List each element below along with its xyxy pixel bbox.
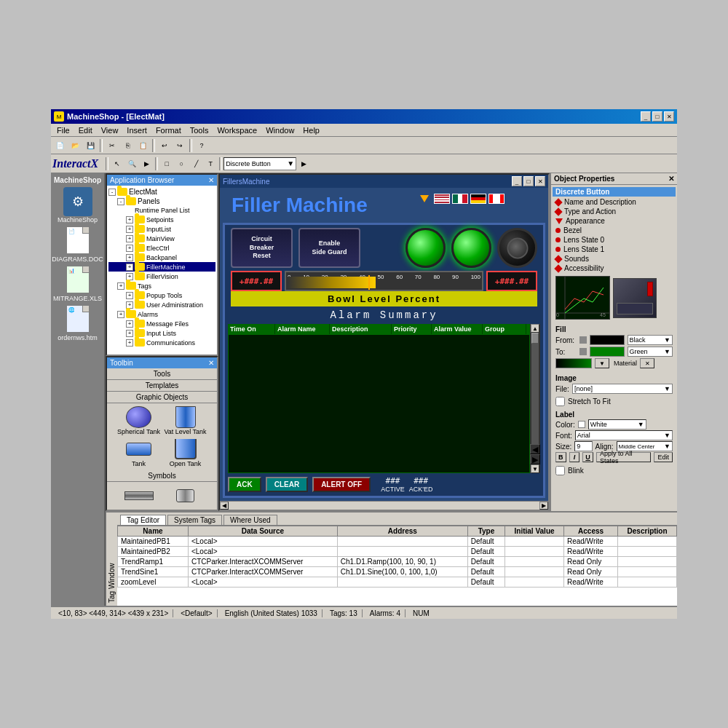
blink-checkbox[interactable]	[555, 466, 565, 475]
obj-props-close[interactable]: ✕	[668, 175, 674, 183]
toolbin-item-sphere[interactable]: Spherical Tank	[117, 406, 161, 435]
image-file-dropdown[interactable]: [none] ▼	[572, 384, 673, 394]
tree-item-tags[interactable]: + Tags	[108, 281, 215, 290]
open-button[interactable]: 📂	[68, 138, 82, 153]
tool-line[interactable]: ╱	[189, 157, 203, 171]
hscroll-right[interactable]: ▶	[539, 502, 548, 510]
filler-maximize[interactable]: □	[523, 176, 534, 186]
expand-panels[interactable]: -	[117, 198, 124, 205]
expand-communications[interactable]: +	[126, 339, 133, 347]
tree-item-fillervision[interactable]: + FillerVision	[108, 272, 215, 281]
scroll-down-arrow[interactable]: ▼	[531, 464, 539, 473]
fill-to-dropdown[interactable]: Green ▼	[628, 347, 673, 357]
hscroll-left[interactable]: ◀	[220, 502, 229, 510]
alert-off-button[interactable]: ALERT OFF	[312, 477, 371, 492]
expand-inputlists[interactable]: +	[126, 330, 133, 337]
scroll-thumb[interactable]	[531, 333, 539, 344]
expand-electmat[interactable]: -	[108, 189, 116, 196]
tree-item-communications[interactable]: + Communications	[108, 338, 215, 347]
edit-button[interactable]: Edit	[654, 452, 673, 462]
scroll-btn-left[interactable]: ▶	[530, 454, 540, 464]
tree-item-useradmin[interactable]: + User Administration	[108, 300, 215, 309]
tree-item-backpanel[interactable]: + Backpanel	[108, 253, 215, 262]
toolbin-item-pipe[interactable]	[117, 485, 161, 507]
tool-pointer[interactable]: ↖	[110, 157, 124, 171]
stretch-checkbox[interactable]	[555, 397, 565, 406]
tree-item-panels[interactable]: - Panels	[108, 197, 215, 206]
menu-view[interactable]: View	[97, 125, 123, 135]
tree-item-inputlists[interactable]: + Input Lists	[108, 328, 215, 338]
expand-messagefiles[interactable]: +	[126, 320, 133, 328]
paste-button[interactable]: 📋	[135, 138, 150, 153]
expand-fillermachine[interactable]: +	[126, 264, 133, 271]
cut-button[interactable]: ✂	[105, 138, 119, 153]
apply-all-states-button[interactable]: Apply to All States	[596, 452, 652, 462]
expand-tags[interactable]: +	[117, 282, 124, 290]
tree-item-messagefiles[interactable]: + Message Files	[108, 319, 215, 328]
label-font-dropdown[interactable]: Arial ▼	[575, 430, 673, 440]
tree-item-popuptools[interactable]: + Popup Tools	[108, 290, 215, 300]
machineshop-icon[interactable]: ⚙ MachineShop	[60, 187, 96, 223]
expand-inputlist[interactable]: +	[126, 226, 133, 233]
tab-tag-editor[interactable]: Tag Editor	[120, 515, 166, 525]
tool-rect[interactable]: □	[159, 157, 174, 171]
toolbin-item-tank[interactable]: Tank	[117, 438, 161, 467]
alarm-scrollbar[interactable]: ▲ ◀ ▶ ▼	[530, 324, 540, 473]
table-row[interactable]: MaintainedPB2<Local>DefaultRead/Write	[118, 547, 677, 557]
bold-button[interactable]: B	[555, 452, 566, 462]
gradient-dropdown[interactable]: ▼	[595, 358, 609, 368]
menu-file[interactable]: File	[52, 125, 74, 135]
table-row[interactable]: zoomLevel<Local>DefaultRead/Write	[118, 577, 677, 587]
menu-format[interactable]: Format	[151, 125, 186, 135]
menu-tools[interactable]: Tools	[186, 125, 213, 135]
toolbin-item-vat[interactable]: Vat Level Tank	[164, 406, 207, 435]
menu-help[interactable]: Help	[298, 125, 324, 135]
menu-insert[interactable]: Insert	[122, 125, 151, 135]
tree-item-electmat[interactable]: - ElectMat	[108, 187, 215, 197]
app-browser-close[interactable]: ✕	[208, 176, 214, 184]
scroll-btn-right[interactable]: ◀	[530, 444, 540, 454]
italic-button[interactable]: I	[569, 452, 580, 462]
tab-system-tags[interactable]: System Tags	[167, 515, 222, 525]
tree-item-fillermachine[interactable]: + FillerMachine	[108, 262, 215, 272]
dropdown-btn[interactable]: ▶	[296, 157, 311, 171]
help-button[interactable]: ?	[194, 138, 209, 153]
new-button[interactable]: 📄	[52, 138, 67, 153]
diagrams-doc-icon[interactable]: 📄 DIAGRAMS.DOC	[60, 226, 96, 263]
expand-backpanel[interactable]: +	[126, 254, 133, 261]
menu-window[interactable]: Window	[261, 125, 298, 135]
tool-run[interactable]: ▶	[139, 157, 154, 171]
underline-button[interactable]: U	[582, 452, 593, 462]
close-button[interactable]: ✕	[664, 111, 674, 122]
maximize-button[interactable]: □	[652, 111, 662, 122]
menu-workspace[interactable]: Workspace	[213, 125, 261, 135]
scroll-up-arrow[interactable]: ▲	[531, 324, 539, 333]
redo-button[interactable]: ↪	[173, 138, 187, 153]
expand-alarms[interactable]: +	[117, 311, 124, 318]
expand-popuptools[interactable]: +	[126, 292, 133, 299]
expand-fillervision[interactable]: +	[126, 273, 133, 280]
menu-edit[interactable]: Edit	[74, 125, 97, 135]
table-row[interactable]: TrendRamp1CTCParker.InteractXCOMMServerC…	[118, 557, 677, 567]
toolbin-close[interactable]: ✕	[208, 359, 214, 367]
undo-button[interactable]: ↩	[157, 138, 172, 153]
label-color-dropdown[interactable]: White ▼	[588, 419, 646, 430]
expand-useradmin[interactable]: +	[126, 301, 133, 309]
tree-item-setpoints[interactable]: + Setpoints	[108, 215, 215, 224]
table-row[interactable]: TrendSine1CTCParker.InteractXCOMMServerC…	[118, 567, 677, 577]
copy-button[interactable]: ⎘	[120, 138, 135, 153]
tree-item-alarms[interactable]: + Alarms	[108, 309, 215, 319]
label-size-input[interactable]: 9	[574, 441, 592, 451]
tool-zoom[interactable]: 🔍	[124, 157, 139, 171]
minimize-button[interactable]: _	[641, 111, 651, 122]
expand-elecctrl[interactable]: +	[126, 245, 133, 252]
toolbin-item-open[interactable]: Open Tank	[164, 438, 207, 467]
tool-text[interactable]: T	[203, 157, 218, 171]
tool-circle[interactable]: ○	[174, 157, 189, 171]
fill-from-dropdown[interactable]: Black ▼	[628, 335, 673, 345]
tab-where-used[interactable]: Where Used	[223, 515, 277, 525]
filler-minimize[interactable]: _	[512, 176, 522, 186]
expand-setpoints[interactable]: +	[126, 216, 133, 223]
mitrange-xls-icon[interactable]: 📊 MITRANGE.XLS	[60, 266, 96, 302]
filler-close[interactable]: ✕	[535, 176, 545, 186]
